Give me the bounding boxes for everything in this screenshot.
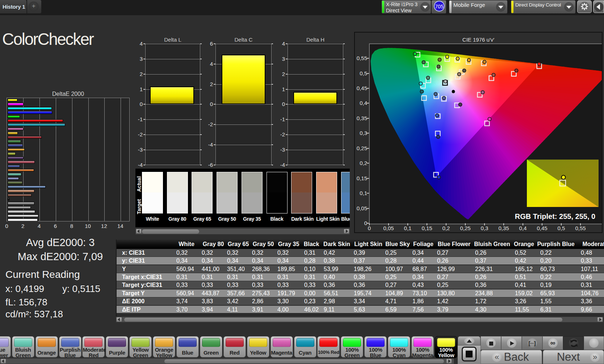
svg-text:RGB Triplet: 255, 255, 0: RGB Triplet: 255, 255, 0	[515, 212, 595, 220]
